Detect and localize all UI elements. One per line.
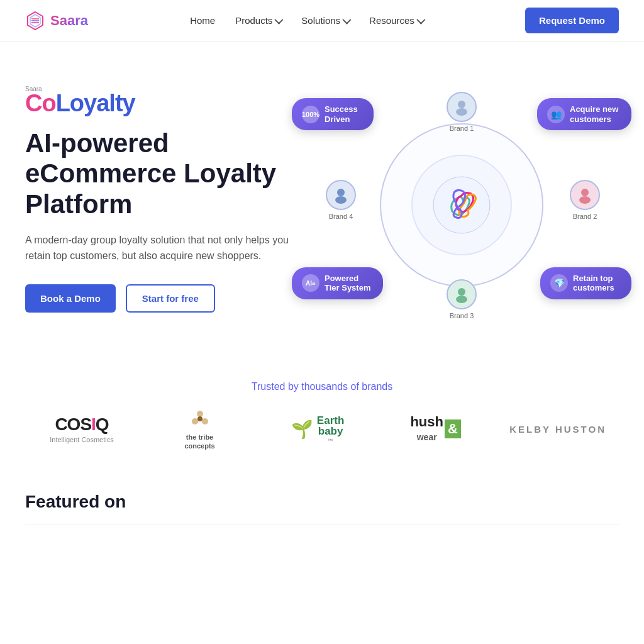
navbar: Saara Home Products Solutions Resources …: [0, 0, 644, 42]
ai-tier-label: PoweredTier System: [325, 274, 370, 293]
loyalty-diagram: Brand 1 Brand 2 Brand 3: [311, 73, 613, 337]
loyalty-text: Loyalty: [56, 90, 135, 116]
kelbyhuston-logo: KELBY HUSTON: [509, 410, 606, 448]
nav-solutions[interactable]: Solutions: [301, 15, 349, 26]
svg-point-12: [337, 189, 345, 196]
svg-point-16: [202, 418, 208, 425]
ai-icon: AI≡: [302, 274, 319, 292]
hushwear-logo: hushwear &: [392, 410, 480, 448]
earthbaby-logo: 🌱 Earth baby ™: [274, 410, 362, 448]
svg-point-7: [456, 108, 467, 116]
success-driven-pill: 100% SuccessDriven: [292, 98, 374, 130]
success-icon: 100%: [302, 106, 319, 123]
book-demo-button[interactable]: Book a Demo: [25, 284, 116, 313]
logo[interactable]: Saara: [25, 11, 88, 31]
brand-3-bubble: Brand 3: [447, 279, 477, 319]
nav-products[interactable]: Products: [235, 15, 281, 26]
cosiq-logo: COSIQ Intelligent Cosmetics: [38, 410, 126, 448]
brand-4-bubble: Brand 4: [326, 180, 356, 220]
svg-point-11: [456, 296, 467, 303]
hero-heading: AI-powered eCommerce Loyalty Platform: [25, 128, 302, 219]
svg-point-8: [581, 189, 589, 196]
brand-3-avatar: [447, 279, 477, 309]
brand-1-bubble: Brand 1: [447, 92, 477, 132]
hands-illustration: [430, 174, 493, 236]
brand-4-avatar: [326, 180, 356, 210]
chevron-down-icon: [275, 15, 284, 24]
start-free-button[interactable]: Start for free: [126, 284, 215, 313]
hero-buttons: Book a Demo Start for free: [25, 284, 302, 313]
featured-heading: Featured on: [25, 492, 619, 512]
hero-section: Saara CoLoyalty AI-powered eCommerce Loy…: [0, 42, 644, 369]
nav-links: Home Products Solutions Resources: [190, 15, 423, 26]
brand-1-avatar: [447, 92, 477, 122]
trusted-section: Trusted by thousands of brands COSIQ Int…: [0, 369, 644, 467]
brand-logos-row: COSIQ Intelligent Cosmetics the tribecon…: [25, 410, 619, 448]
retain-icon: 💎: [550, 274, 568, 292]
logo-text: Saara: [50, 13, 88, 29]
brand-3-label: Brand 3: [450, 312, 474, 319]
brand-2-label: Brand 2: [573, 213, 597, 220]
hero-description: A modern-day group loyalty solution that…: [25, 232, 302, 264]
logo-icon: [25, 11, 45, 31]
svg-point-10: [458, 288, 465, 296]
brand-1-label: Brand 1: [450, 125, 474, 132]
coloyalty-logo: Saara CoLoyalty: [25, 86, 302, 117]
nav-home[interactable]: Home: [190, 15, 215, 26]
nav-resources[interactable]: Resources: [369, 15, 423, 26]
brand-2-avatar: [570, 180, 600, 210]
acquire-customers-pill: 👥 Acquire newcustomers: [537, 98, 631, 130]
svg-point-17: [197, 416, 203, 421]
hero-left: Saara CoLoyalty AI-powered eCommerce Loy…: [25, 79, 302, 313]
featured-divider: [25, 525, 619, 525]
hero-diagram: Brand 1 Brand 2 Brand 3: [304, 73, 619, 337]
acquire-icon: 👥: [547, 106, 565, 123]
acquire-customers-label: Acquire newcustomers: [570, 104, 618, 124]
svg-point-15: [192, 418, 198, 425]
retain-customers-label: Retain topcustomers: [573, 274, 614, 293]
tribe-logo: the tribeconcepts: [156, 410, 244, 448]
svg-point-9: [579, 196, 591, 204]
retain-customers-pill: 💎 Retain topcustomers: [540, 267, 631, 299]
svg-point-13: [335, 196, 347, 204]
chevron-down-icon: [342, 15, 351, 24]
featured-section: Featured on: [0, 467, 644, 525]
co-text: Co: [25, 90, 56, 116]
svg-point-14: [197, 411, 203, 417]
brand-2-bubble: Brand 2: [570, 180, 600, 220]
trusted-label: Trusted by thousands of brands: [25, 381, 619, 392]
ai-tier-pill: AI≡ PoweredTier System: [292, 267, 383, 299]
request-demo-button[interactable]: Request Demo: [525, 8, 619, 33]
success-driven-label: SuccessDriven: [325, 104, 358, 124]
svg-point-6: [458, 101, 465, 108]
chevron-down-icon: [416, 15, 425, 24]
brand-4-label: Brand 4: [329, 213, 353, 220]
